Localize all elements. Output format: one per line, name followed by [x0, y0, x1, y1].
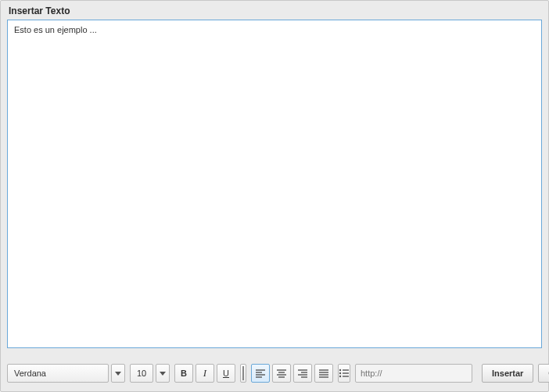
text-color-button[interactable]: [240, 364, 246, 383]
bold-button[interactable]: B: [174, 364, 193, 383]
font-family-group: Verdana: [7, 364, 125, 383]
dialog-title: Insertar Texto: [7, 4, 542, 20]
svg-point-18: [339, 369, 341, 371]
font-size-value: 10: [137, 369, 146, 378]
align-group: [251, 364, 333, 383]
underline-button[interactable]: U: [217, 364, 235, 383]
align-right-icon: [297, 369, 308, 378]
font-family-select[interactable]: Verdana: [7, 364, 109, 383]
chevron-down-icon: [115, 370, 121, 376]
style-group: B I U: [174, 364, 235, 383]
link-url-input[interactable]: [355, 364, 472, 383]
svg-point-20: [339, 372, 341, 374]
bold-icon: B: [181, 369, 187, 378]
svg-marker-0: [115, 372, 121, 376]
font-size-group: 10: [130, 364, 170, 383]
align-right-button[interactable]: [293, 364, 312, 383]
font-family-dropdown-button[interactable]: [111, 364, 125, 383]
insert-text-dialog: Insertar Texto Esto es un ejemplo ... Ve…: [0, 0, 549, 392]
bullet-list-button[interactable]: [338, 364, 350, 383]
insert-button[interactable]: Insertar: [482, 364, 533, 383]
close-button[interactable]: Cerrar: [538, 364, 549, 383]
align-left-button[interactable]: [251, 364, 270, 383]
svg-point-22: [339, 376, 341, 377]
align-center-icon: [276, 369, 287, 378]
align-center-button[interactable]: [272, 364, 291, 383]
align-justify-icon: [318, 369, 329, 378]
chevron-down-icon: [160, 370, 166, 376]
align-left-icon: [255, 369, 266, 378]
font-family-value: Verdana: [14, 369, 46, 378]
toolbar: Verdana 10 B I U: [7, 361, 542, 385]
font-size-dropdown-button[interactable]: [156, 364, 170, 383]
italic-icon: I: [203, 367, 206, 379]
font-size-select[interactable]: 10: [130, 364, 153, 383]
text-editor-area[interactable]: Esto es un ejemplo ...: [7, 20, 542, 348]
italic-button[interactable]: I: [196, 364, 214, 383]
bullet-list-icon: [339, 369, 350, 378]
align-justify-button[interactable]: [314, 364, 333, 383]
text-color-swatch: [242, 366, 244, 380]
svg-marker-1: [160, 372, 166, 376]
underline-icon: U: [223, 369, 229, 378]
